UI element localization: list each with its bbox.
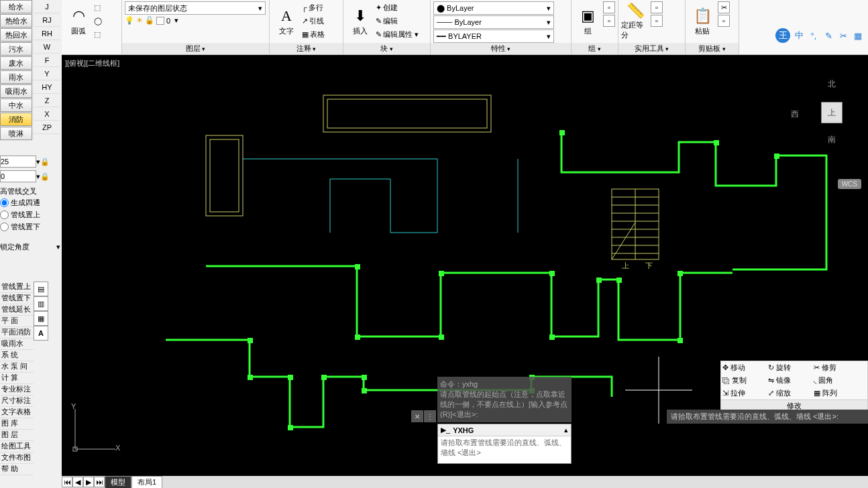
nav-south[interactable]: 南 [828, 134, 836, 145]
view-cube[interactable]: 北 西 南 上 [801, 82, 861, 142]
tab-first[interactable]: ⏮ [62, 477, 72, 487]
lock-icon[interactable]: 🔒 [40, 158, 50, 166]
lineweight-dropdown[interactable]: ━━ BYLAYER▾ [433, 29, 554, 43]
panel-label-clip[interactable]: 剪贴板 [686, 43, 739, 54]
color-dropdown[interactable]: ⬤ ByLayer▾ [433, 1, 554, 15]
draw-tool[interactable]: ⬚ [94, 1, 102, 13]
pipe-type-7[interactable]: 中水 [0, 99, 32, 112]
clip-tool[interactable]: ▫ [718, 15, 730, 27]
side-cmd-6[interactable]: 系 统 [0, 350, 34, 361]
viewport-label[interactable]: ][俯视][二维线框] [65, 58, 119, 68]
stretch-button[interactable]: ⇲ 拉伸 [722, 388, 763, 398]
panel-label-block[interactable]: 块 [343, 43, 430, 54]
chevron-up-icon[interactable]: ▴ [564, 426, 568, 434]
side-cmd-2[interactable]: 管线延长 [0, 304, 34, 316]
tab-prev[interactable]: ◀ [72, 477, 83, 487]
side-cmd-8[interactable]: 计 算 [0, 373, 34, 384]
clip-tool[interactable]: ✂ [718, 1, 730, 13]
tool-icon[interactable]: ▤ [34, 282, 48, 296]
radio-up[interactable]: 管线置上 [0, 208, 60, 221]
wk-icon[interactable]: °, [808, 29, 820, 42]
tool-icon[interactable]: A [34, 326, 48, 341]
trim-button[interactable]: ✂ 修剪 [814, 363, 854, 373]
editattr-button[interactable]: ✎ 编辑属性 ▾ [376, 28, 419, 40]
pipe-type-6[interactable]: 吸雨水 [0, 84, 32, 98]
wcs-badge[interactable]: WCS [838, 179, 861, 189]
spin-0[interactable] [0, 170, 36, 182]
panel-label-layer[interactable]: 图层 [122, 43, 269, 54]
side-cmd-5[interactable]: 吸雨水 [0, 339, 34, 350]
side-cmd-13[interactable]: 图 层 [0, 430, 34, 441]
leader-button[interactable]: ↗ 引线 [302, 15, 325, 27]
measure-button[interactable]: 📏定距等分 [621, 1, 649, 40]
side-cmd-4[interactable]: 平面消防 [0, 327, 34, 339]
copy-button[interactable]: ⿻ 复制 [722, 375, 763, 385]
lightbulb-icon[interactable]: 💡 [125, 16, 134, 25]
draw-tool[interactable]: ⬚ [94, 28, 102, 40]
array-button[interactable]: ▦ 阵列 [814, 388, 854, 398]
watermark-logo[interactable]: 王 [775, 28, 790, 43]
pencil-icon[interactable]: ✎ [822, 29, 834, 42]
insert-button[interactable]: ⬇ 插入 [346, 1, 374, 40]
tab-model[interactable]: 模型 [105, 476, 131, 489]
handle-icon[interactable]: ⋮ [424, 410, 436, 422]
side-cmd-16[interactable]: 帮 助 [0, 464, 34, 475]
side-cmd-0[interactable]: 管线置上 [0, 282, 34, 293]
layer-color[interactable] [156, 17, 164, 25]
side-cmd-14[interactable]: 绘图工具 [0, 441, 34, 452]
move-button[interactable]: ✥ 移动 [722, 363, 763, 373]
side-cmd-3[interactable]: 平 面 [0, 316, 34, 327]
util-tool[interactable]: ▫ [651, 15, 663, 27]
rotate-button[interactable]: ↻ 旋转 [768, 363, 808, 373]
radio-fourway[interactable]: 生成四通 [0, 196, 60, 208]
nav-top-face[interactable]: 上 [821, 102, 843, 123]
side-cmd-9[interactable]: 专业标注 [0, 384, 34, 395]
lock-icon[interactable]: 🔓 [145, 16, 154, 25]
command-input[interactable]: ▶_YXHG▴ 请拾取布置管线需要沿的直线、弧线、墙线 <退出> [437, 424, 572, 464]
group-button[interactable]: ▣组 [574, 1, 602, 40]
scissors-icon[interactable]: ✂ [837, 29, 849, 42]
radio-down[interactable]: 管线置下 [0, 221, 60, 233]
tab-next[interactable]: ▶ [83, 477, 94, 487]
scale-button[interactable]: ⤢ 缩放 [768, 388, 808, 398]
nav-north[interactable]: 北 [828, 78, 836, 90]
pipe-type-2[interactable]: 热回水 [0, 28, 32, 42]
panel-label-annotate[interactable]: 注释 [270, 43, 343, 54]
pipe-type-1[interactable]: 热给水 [0, 14, 32, 27]
group-tool[interactable]: ▫ [603, 1, 615, 13]
pipe-type-3[interactable]: 污水 [0, 42, 32, 56]
close-icon[interactable]: ✕ [411, 410, 423, 422]
panel-label-props[interactable]: 特性 [431, 43, 571, 54]
arc-button[interactable]: ◠ 圆弧 [64, 1, 93, 40]
pipe-type-4[interactable]: 废水 [0, 56, 32, 70]
paste-button[interactable]: 📋粘贴 [688, 1, 716, 40]
panel-label-util[interactable]: 实用工具 [618, 43, 685, 54]
tab-last[interactable]: ⏭ [94, 477, 105, 487]
lock-icon[interactable]: 🔒 [40, 172, 50, 181]
side-cmd-10[interactable]: 尺寸标注 [0, 395, 34, 407]
grid-icon[interactable]: ▦ [852, 29, 864, 42]
draw-tool[interactable]: ◯ [94, 15, 102, 27]
group-tool[interactable]: ▫ [603, 15, 615, 27]
nav-west[interactable]: 西 [791, 109, 799, 120]
panel-label-group[interactable]: 组 [572, 43, 618, 54]
pipe-type-5[interactable]: 雨水 [0, 70, 32, 84]
drawing-canvas[interactable]: ][俯视][二维线框] [62, 55, 868, 476]
table-button[interactable]: ▦ 表格 [302, 28, 325, 40]
create-button[interactable]: ✦ 创建 [376, 1, 419, 13]
spin-25[interactable] [0, 156, 36, 168]
side-cmd-15[interactable]: 文件布图 [0, 452, 34, 464]
pipe-type-9[interactable]: 喷淋 [0, 127, 32, 140]
tool-icon[interactable]: ▦ [34, 311, 48, 326]
side-cmd-12[interactable]: 图 库 [0, 418, 34, 430]
edit-button[interactable]: ✎ 编辑 [376, 15, 419, 27]
side-cmd-1[interactable]: 管线置下 [0, 293, 34, 304]
util-tool[interactable]: ▫ [651, 1, 663, 13]
sun-icon[interactable]: ☀ [136, 16, 143, 25]
tool-icon[interactable]: ▥ [34, 296, 48, 311]
layer-state-dropdown[interactable]: 未保存的图层状态▾ [125, 1, 266, 15]
mirror-button[interactable]: ⇋ 镜像 [768, 375, 808, 385]
side-cmd-7[interactable]: 水 泵 间 [0, 361, 34, 373]
pipe-type-0[interactable]: 给水 [0, 0, 32, 13]
multiline-button[interactable]: ┌ 多行 [302, 1, 325, 13]
